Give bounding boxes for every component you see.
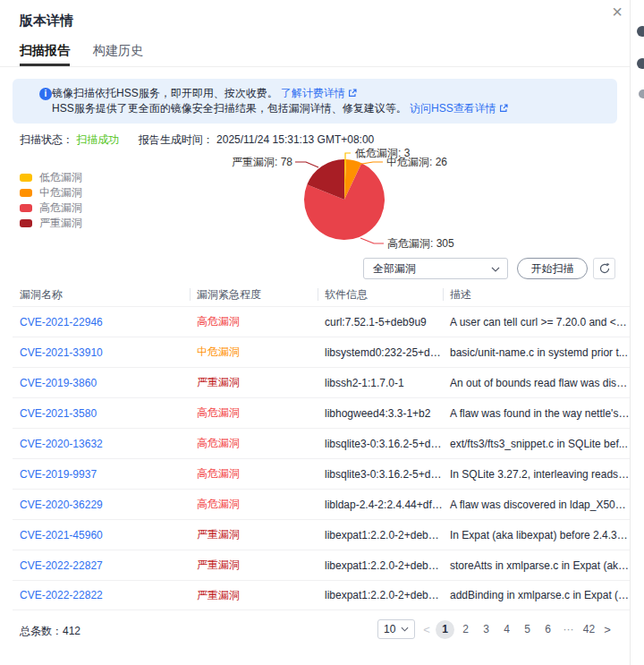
banner-line-2-text: HSS服务提供了更全面的镜像安全扫描结果，包括漏洞详情、修复建议等。	[52, 102, 407, 115]
vulnerability-table: 漏洞名称 漏洞紧急程度 软件信息 描述 CVE-2021-22946 高危漏洞 …	[13, 283, 630, 610]
software-info: libsqlite3-0:3.16.2-5+deb...	[318, 468, 443, 481]
cve-link[interactable]: CVE-2022-22822	[20, 589, 103, 601]
software-info: curl:7.52.1-5+deb9u9	[318, 316, 443, 328]
table-body: CVE-2021-22946 高危漏洞 curl:7.52.1-5+deb9u9…	[13, 306, 630, 610]
pie-label-medium: 中危漏洞: 26	[386, 156, 447, 168]
pagination-ellipsis: ···	[559, 620, 578, 639]
severity-badge: 高危漏洞	[197, 498, 240, 510]
banner-line-2: HSS服务提供了更全面的镜像安全扫描结果，包括漏洞详情、修复建议等。 访问HSS…	[52, 101, 605, 116]
table-row: CVE-2021-3580 高危漏洞 libhogweed4:3.3-1+b2 …	[13, 397, 630, 428]
cve-link[interactable]: CVE-2021-33910	[20, 346, 103, 359]
description: A user can tell curl >= 7.20.0 and <=...	[443, 316, 630, 328]
severity-badge: 严重漏洞	[197, 558, 240, 571]
side-toolbar-strip	[630, 0, 644, 665]
cve-link[interactable]: CVE-2021-3580	[20, 407, 97, 420]
pagination-page[interactable]: 2	[456, 620, 475, 639]
description: In SQLite 3.27.2, interleaving reads ...	[443, 468, 630, 481]
header-urgency: 漏洞紧急程度	[190, 283, 318, 306]
software-info: libexpat1:2.2.0-2+deb9u1	[318, 529, 443, 541]
refresh-icon	[598, 262, 611, 275]
pie-label-high: 高危漏洞: 305	[387, 237, 454, 250]
cve-link[interactable]: CVE-2022-22827	[20, 559, 103, 572]
software-info: libldap-2.4-2:2.4.44+dfsg...	[318, 499, 443, 511]
pagination-page[interactable]: 1	[436, 620, 454, 639]
total-count-value: 412	[63, 625, 80, 637]
description: basic/unit-name.c in systemd prior t...	[443, 346, 630, 359]
hss-info-banner: i 镜像扫描依托HSS服务，即开即用、按次收费。 了解计费详情 HSS服务提供了…	[13, 79, 617, 124]
cve-link[interactable]: CVE-2020-13632	[20, 438, 103, 450]
billing-details-link[interactable]: 了解计费详情	[281, 87, 357, 99]
close-icon[interactable]: ×	[608, 2, 626, 22]
software-info: libexpat1:2.2.0-2+deb9u1	[318, 559, 443, 572]
header-description: 描述	[443, 283, 630, 306]
tab-scan-report[interactable]: 扫描报告	[20, 41, 70, 66]
page-numbers: 123456···42	[436, 620, 598, 639]
cve-link[interactable]: CVE-2021-22946	[20, 316, 103, 328]
visit-hss-link[interactable]: 访问HSS查看详情	[410, 102, 508, 115]
cve-link[interactable]: CVE-2021-45960	[20, 529, 103, 541]
scan-status-row: 扫描状态： 扫描成功 报告生成时间： 2025/11/24 15:31:13 G…	[20, 132, 374, 148]
scan-status-value: 扫描成功	[76, 133, 119, 146]
pagination-page[interactable]: 3	[477, 620, 496, 639]
filter-selected-value: 全部漏洞	[373, 262, 416, 275]
table-row: CVE-2021-22946 高危漏洞 curl:7.52.1-5+deb9u9…	[13, 306, 630, 337]
vulnerability-chart-area: 低危漏洞 中危漏洞 高危漏洞 严重漏洞 低危漏洞: 3 中危漏洞: 26 严重漏…	[0, 147, 630, 258]
pagination-page[interactable]: 5	[518, 620, 537, 639]
description: storeAtts in xmlparse.c in Expat (aka...	[443, 559, 630, 572]
pagination-page[interactable]: 6	[538, 620, 557, 639]
software-info: libsqlite3-0:3.16.2-5+deb...	[318, 438, 443, 450]
table-row: CVE-2022-22827 严重漏洞 libexpat1:2.2.0-2+de…	[13, 550, 630, 580]
report-time-value: 2025/11/24 15:31:13 GMT+08:00	[216, 133, 374, 146]
next-page-icon[interactable]: >	[600, 623, 614, 636]
table-row: CVE-2021-33910 中危漏洞 libsystemd0:232-25+d…	[13, 337, 630, 367]
pagination-page[interactable]: 42	[580, 620, 598, 639]
pie-label-critical: 严重漏洞: 78	[232, 156, 292, 168]
severity-badge: 严重漏洞	[197, 376, 240, 388]
report-time-label: 报告生成时间：	[139, 133, 214, 146]
pagination-page[interactable]: 4	[497, 620, 516, 639]
vulnerability-filter-select[interactable]: 全部漏洞	[363, 258, 508, 279]
chevron-down-icon	[491, 267, 500, 272]
side-toolbar-icon[interactable]	[637, 58, 644, 69]
description: A flaw was discovered in ldap_X509...	[443, 499, 630, 511]
software-info: libsystemd0:232-25+deb...	[318, 346, 443, 359]
version-details-dialog: 版本详情 × 扫描报告 构建历史 i 镜像扫描依托HSS服务，即开即用、按次收费…	[0, 0, 644, 665]
external-link-icon	[348, 89, 357, 98]
page-size-select[interactable]: 10	[377, 619, 415, 639]
chevron-down-icon	[401, 627, 409, 632]
software-info: libexpat1:2.2.0-2+deb9u1	[318, 589, 443, 601]
side-toolbar-icon[interactable]	[637, 26, 644, 37]
severity-badge: 高危漏洞	[197, 315, 240, 328]
description: ext/fts3/fts3_snippet.c in SQLite bef...	[443, 438, 630, 450]
pagination: < 123456···42 >	[419, 619, 614, 639]
tab-bar: 扫描报告 构建历史	[0, 41, 630, 67]
table-row: CVE-2019-9937 高危漏洞 libsqlite3-0:3.16.2-5…	[13, 458, 630, 489]
severity-badge: 高危漏洞	[197, 437, 240, 449]
table-row: CVE-2020-36229 高危漏洞 libldap-2.4-2:2.4.44…	[13, 489, 630, 519]
cve-link[interactable]: CVE-2019-3860	[20, 377, 97, 389]
pie-slices[interactable]	[304, 159, 385, 240]
table-header-row: 漏洞名称 漏洞紧急程度 软件信息 描述	[13, 283, 630, 306]
scan-status-label: 扫描状态：	[20, 133, 73, 146]
page-size-value: 10	[384, 623, 395, 635]
severity-badge: 严重漏洞	[197, 528, 240, 541]
prev-page-icon[interactable]: <	[419, 623, 434, 636]
severity-badge: 严重漏洞	[197, 589, 240, 601]
description: addBinding in xmlparse.c in Expat (a...	[443, 589, 630, 601]
header-vuln-name: 漏洞名称	[13, 283, 190, 306]
vulnerability-pie-chart: 低危漏洞: 3 中危漏洞: 26 严重漏洞: 78 高危漏洞: 305	[0, 147, 630, 258]
tab-build-history[interactable]: 构建历史	[93, 41, 143, 66]
cve-link[interactable]: CVE-2019-9937	[20, 468, 97, 481]
table-row: CVE-2019-3860 严重漏洞 libssh2-1:1.7.0-1 An …	[13, 367, 630, 397]
refresh-button[interactable]	[593, 258, 615, 279]
severity-badge: 高危漏洞	[197, 406, 240, 419]
software-info: libhogweed4:3.3-1+b2	[318, 407, 443, 420]
start-scan-button[interactable]: 开始扫描	[517, 258, 588, 279]
severity-badge: 高危漏洞	[197, 467, 240, 480]
total-count-label: 总条数：	[20, 625, 63, 637]
side-toolbar-icon[interactable]	[639, 90, 644, 98]
software-info: libssh2-1:1.7.0-1	[318, 377, 443, 389]
info-icon: i	[39, 88, 52, 100]
header-software: 软件信息	[318, 283, 443, 306]
cve-link[interactable]: CVE-2020-36229	[20, 499, 103, 511]
